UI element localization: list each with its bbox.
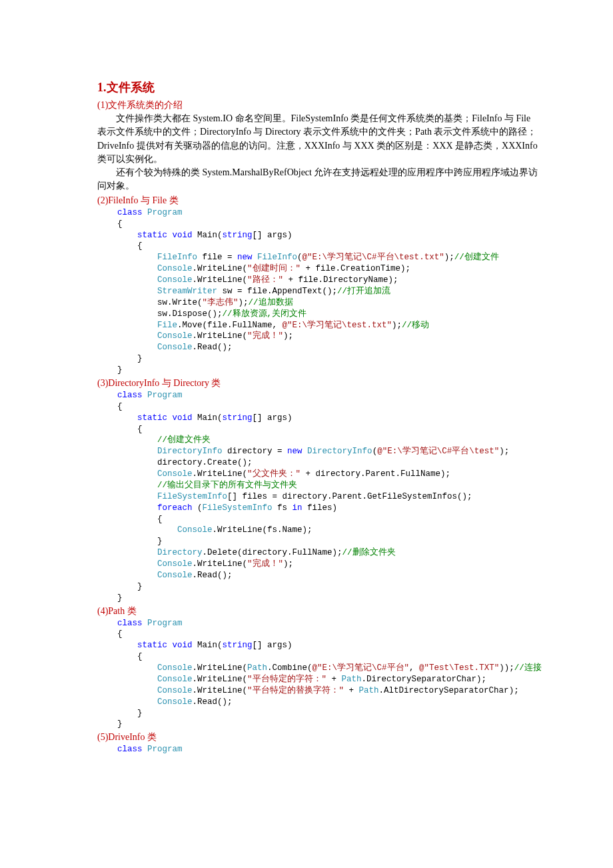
section1-paragraph2: 还有个较为特殊的类 System.MarshalByRefObject 允许在支… xyxy=(97,166,540,193)
section2-heading: (2)FileInfo 与 File 类 xyxy=(97,193,540,207)
section3-code: class Program { static void Main(string[… xyxy=(117,390,540,604)
section4-code: class Program { static void Main(string[… xyxy=(117,618,540,731)
main-heading: 1.文件系统 xyxy=(97,79,540,97)
section1-heading: (1)文件系统类的介绍 xyxy=(97,98,540,112)
section2-code: class Program { static void Main(string[… xyxy=(117,207,540,376)
section5-code: class Program xyxy=(117,744,540,755)
section4-heading: (4)Path 类 xyxy=(97,604,540,618)
section1-paragraph1: 文件操作类大都在 System.IO 命名空间里。FileSystemInfo … xyxy=(97,112,540,166)
document-page: 1.文件系统 (1)文件系统类的介绍 文件操作类大都在 System.IO 命名… xyxy=(0,0,613,868)
section3-heading: (3)DirectoryInfo 与 Directory 类 xyxy=(97,376,540,390)
section5-heading: (5)DriveInfo 类 xyxy=(97,730,540,744)
